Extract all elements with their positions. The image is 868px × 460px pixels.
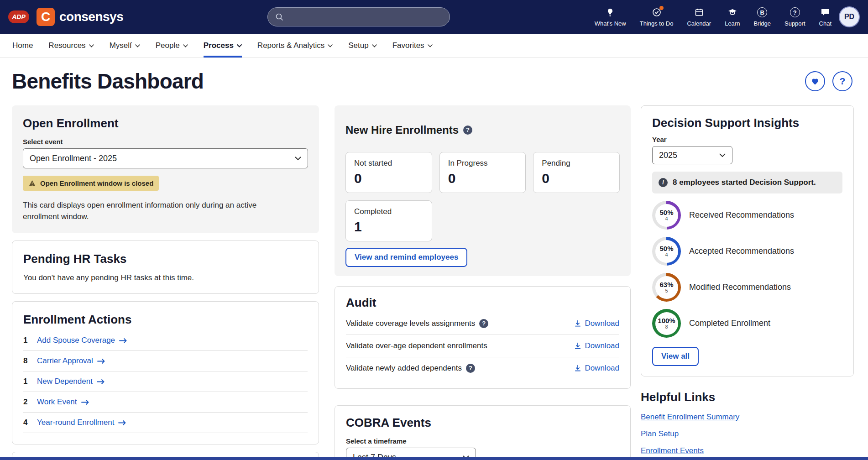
adp-logo: ADP [8, 10, 29, 23]
nav-item-resources[interactable]: Resources [48, 34, 94, 58]
download-link[interactable]: Download [574, 319, 619, 328]
action-count: 2 [23, 397, 37, 407]
enrollment-action-link[interactable]: New Dependent [37, 377, 105, 386]
open-enrollment-description: This card displays open enrollment infor… [23, 200, 292, 222]
search-bar[interactable] [267, 7, 450, 26]
helpful-link[interactable]: Enrollment Events [641, 446, 854, 455]
chat-button[interactable]: Chat [819, 7, 831, 27]
nav-item-reports-analytics[interactable]: Reports & Analytics [257, 34, 333, 58]
tile-value: 0 [354, 171, 424, 186]
enrollment-action-link[interactable]: Work Event [37, 397, 89, 407]
decision-stat-row: 50% 4 Accepted Recommendations [652, 237, 842, 266]
view-all-button[interactable]: View all [652, 347, 699, 366]
consensys-logo: C consensys [37, 8, 123, 26]
download-icon [574, 365, 581, 372]
enrollment-action-link[interactable]: Year-round Enrollment [37, 418, 126, 427]
favorite-page-button[interactable] [805, 71, 825, 91]
bridge-label: Bridge [753, 20, 771, 27]
cobra-events-title: COBRA Events [346, 416, 619, 430]
stat-percent: 100% [658, 317, 675, 324]
arrow-right-icon [81, 399, 89, 405]
decision-support-info-banner: i 8 employees started Decision Support. [652, 172, 842, 193]
page-help-button[interactable]: ? [832, 71, 852, 91]
decision-support-title: Decision Support Insights [652, 116, 842, 130]
decision-stat-row: 50% 4 Received Recommendations [652, 201, 842, 230]
learn-button[interactable]: Learn [725, 7, 740, 27]
audit-row: Validate over-age dependent enrollments … [346, 335, 619, 357]
bridge-button[interactable]: B Bridge [753, 7, 771, 27]
tile-label: Pending [542, 159, 611, 168]
nav-item-setup[interactable]: Setup [348, 34, 376, 58]
stat-count: 8 [665, 324, 668, 330]
open-enrollment-card: Open Enrollment Select event Open Enroll… [12, 105, 319, 233]
enrollment-actions-title: Enrollment Actions [23, 313, 308, 327]
enrollment-action-row: 8 Carrier Approval [23, 351, 308, 371]
chevron-down-icon [372, 44, 377, 47]
select-event-label: Select event [23, 138, 308, 146]
decision-support-card: Decision Support Insights Year 2025 i 8 … [641, 105, 854, 376]
arrow-right-icon [119, 338, 127, 344]
help-icon[interactable]: ? [479, 319, 488, 328]
year-label: Year [652, 136, 842, 143]
progress-ring: 50% 4 [652, 237, 681, 266]
support-button[interactable]: ? Support [784, 7, 805, 27]
audit-title: Audit [346, 296, 619, 310]
chevron-down-icon [135, 44, 140, 47]
things-to-do-button[interactable]: Things to Do [640, 7, 674, 27]
graduation-cap-icon [727, 7, 737, 18]
chevron-down-icon [183, 44, 188, 47]
nav-item-process[interactable]: Process [204, 34, 242, 58]
user-avatar[interactable]: PD [839, 6, 860, 27]
footer-bar [0, 457, 868, 460]
app-header: ADP C consensys What's New Things to Do [0, 0, 868, 34]
view-remind-employees-button[interactable]: View and remind employees [345, 248, 467, 267]
learn-label: Learn [725, 20, 740, 27]
todo-notification-badge [659, 6, 664, 10]
tile-label: Completed [354, 207, 424, 216]
audit-row: Validate newly added dependents ? Downlo… [346, 357, 619, 379]
download-link[interactable]: Download [574, 364, 619, 373]
stat-percent: 63% [659, 281, 673, 288]
support-label: Support [784, 20, 805, 27]
help-icon[interactable]: ? [463, 125, 472, 135]
enrollment-action-link[interactable]: Add Spouse Coverage [37, 336, 127, 345]
warning-icon [28, 180, 36, 187]
arrow-right-icon [118, 420, 126, 426]
progress-ring: 100% 8 [652, 309, 681, 338]
search-input[interactable] [288, 12, 442, 21]
download-link[interactable]: Download [574, 341, 619, 350]
chevron-down-icon [295, 157, 301, 161]
page-title: Benefits Dashboard [12, 69, 204, 94]
whats-new-button[interactable]: What's New [595, 7, 626, 27]
tile-value: 1 [354, 219, 424, 235]
stat-percent: 50% [659, 245, 673, 252]
helpful-links-title: Helpful Links [641, 390, 854, 404]
enrollment-action-row: 4 Year-round Enrollment [23, 413, 308, 433]
calendar-button[interactable]: Calendar [687, 7, 711, 27]
chevron-down-icon [328, 44, 333, 47]
nav-item-home[interactable]: Home [12, 34, 33, 58]
enrollment-action-link[interactable]: Carrier Approval [37, 356, 105, 366]
download-icon [574, 320, 581, 327]
nav-item-people[interactable]: People [156, 34, 188, 58]
event-select[interactable]: Open Enrollment - 2025 [23, 148, 308, 168]
nav-item-myself[interactable]: Myself [110, 34, 140, 58]
stat-label: Modified Recommendations [689, 282, 791, 292]
helpful-link[interactable]: Plan Setup [641, 429, 854, 439]
enrollment-actions-list: 1 Add Spouse Coverage 8 Carrier Approval [23, 330, 308, 433]
year-select[interactable]: 2025 [652, 146, 732, 164]
calendar-label: Calendar [687, 20, 711, 27]
pending-hr-tasks-card: Pending HR Tasks You don't have any pend… [12, 240, 319, 294]
audit-row: Validate coverage levels assignments ? D… [346, 313, 619, 335]
pending-hr-tasks-title: Pending HR Tasks [23, 252, 308, 266]
help-icon[interactable]: ? [466, 364, 475, 373]
chevron-down-icon [89, 44, 94, 47]
nav-item-favorites[interactable]: Favorites [392, 34, 433, 58]
brand-area: ADP C consensys [8, 8, 123, 26]
enrollment-status-tile: Not started 0 [345, 152, 432, 193]
enrollment-status-tile: Pending 0 [533, 152, 620, 193]
helpful-link[interactable]: Benefit Enrollment Summary [641, 413, 854, 422]
enrollment-actions-card: Enrollment Actions 1 Add Spouse Coverage… [12, 301, 319, 444]
progress-ring: 63% 5 [652, 273, 681, 302]
tile-label: Not started [354, 159, 424, 168]
